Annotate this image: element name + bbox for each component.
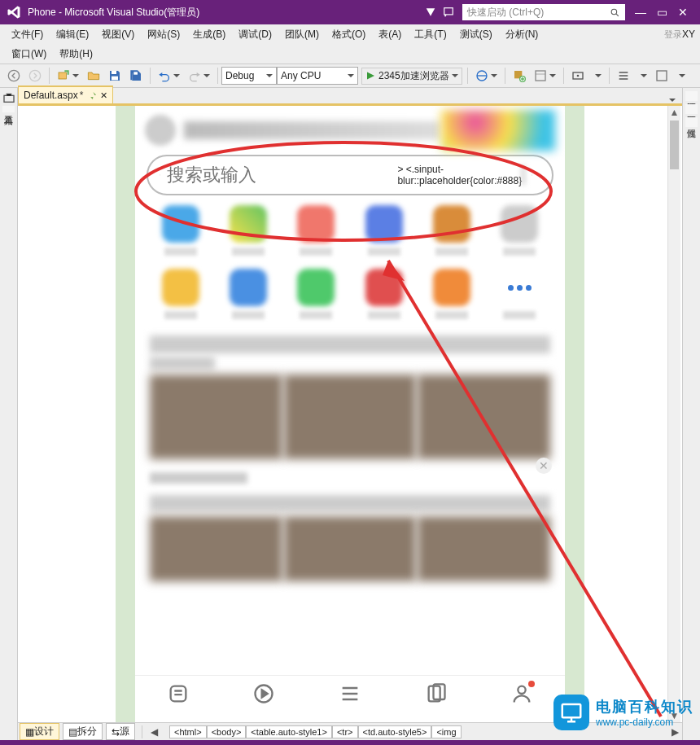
redo-button[interactable] — [185, 68, 213, 84]
solution-config-dropdown[interactable]: Debug — [221, 67, 277, 85]
nav-profile[interactable] — [510, 682, 533, 708]
menu-tools[interactable]: 工具(T) — [408, 28, 453, 42]
new-project-button[interactable] — [54, 68, 82, 84]
menu-help[interactable]: 帮助(H) — [53, 47, 99, 61]
new-inline-style-button[interactable] — [510, 68, 529, 84]
vertical-scrollbar[interactable]: ▲ ▼ — [667, 106, 680, 722]
feed-gallery[interactable] — [150, 516, 550, 581]
block-format-button[interactable] — [652, 68, 672, 84]
view-source-button[interactable]: ⇆ 源 — [106, 723, 135, 740]
toolbox-icon[interactable] — [2, 91, 15, 104]
right-tab-team[interactable]: 团队资源管理器 — [685, 104, 698, 114]
menu-bar-row2: 窗口(W) 帮助(H) — [0, 44, 700, 64]
scroll-thumb[interactable] — [670, 121, 679, 169]
right-tab-solution[interactable]: 解决方案资源管理器 — [685, 91, 698, 101]
window-titlebar: Phone - Microsoft Visual Studio(管理员) 快速启… — [0, 0, 700, 24]
crumb-table[interactable]: <table.auto-style1> — [246, 725, 332, 738]
solution-platform-dropdown[interactable]: Any CPU — [277, 67, 358, 85]
tab-overflow-icon[interactable] — [669, 99, 676, 105]
nav-video[interactable] — [252, 682, 275, 708]
app-item[interactable] — [217, 269, 278, 319]
view-design-button[interactable]: ▦ 设计 — [20, 723, 59, 740]
app-item[interactable] — [150, 269, 211, 319]
design-surface[interactable]: > <.sinput-blur::placeholder{color:#888} — [18, 106, 682, 722]
account-badge[interactable]: XY — [682, 28, 695, 40]
left-rail: 工具箱 — [0, 88, 18, 740]
list-dd-button[interactable] — [635, 71, 650, 81]
crumb-img[interactable]: <img — [431, 725, 461, 738]
nav-home[interactable] — [167, 682, 190, 708]
block-dd-button[interactable] — [673, 71, 689, 81]
nav-fwd-button[interactable] — [25, 68, 45, 84]
save-all-button[interactable] — [126, 68, 146, 84]
menu-view[interactable]: 视图(V) — [95, 28, 141, 42]
nav-menu[interactable] — [339, 682, 361, 708]
app-item[interactable] — [217, 205, 278, 256]
menu-file[interactable]: 文件(F) — [5, 28, 50, 42]
new-table-button[interactable] — [568, 68, 588, 84]
crumb-tr[interactable]: <tr> — [332, 725, 358, 738]
menu-format[interactable]: 格式(O) — [326, 28, 372, 42]
menu-website[interactable]: 网站(S) — [141, 28, 186, 42]
avatar[interactable] — [145, 115, 176, 146]
feed-close-button[interactable]: ✕ — [536, 458, 552, 474]
app-more-button[interactable] — [489, 269, 550, 319]
menu-window[interactable]: 窗口(W) — [5, 47, 53, 61]
table-dd-button[interactable] — [589, 71, 605, 81]
notifications-icon[interactable] — [425, 7, 436, 18]
feedback-icon[interactable] — [443, 7, 454, 18]
workspace: 工具箱 Default.aspx* ✕ — [0, 88, 700, 740]
view-split-button[interactable]: ▤ 拆分 — [63, 723, 103, 740]
maximize-button[interactable]: ▭ — [651, 6, 672, 19]
start-debug-button[interactable]: 2345加速浏览器 — [361, 68, 462, 85]
feed-gallery[interactable]: ✕ — [150, 375, 550, 459]
app-item[interactable] — [421, 205, 482, 256]
close-button[interactable]: ✕ — [672, 6, 693, 19]
menu-analyze[interactable]: 分析(N) — [499, 28, 545, 42]
design-canvas: > <.sinput-blur::placeholder{color:#888} — [116, 106, 584, 722]
app-item[interactable] — [353, 205, 414, 256]
save-button[interactable] — [105, 68, 125, 84]
search-bar[interactable]: > <.sinput-blur::placeholder{color:#888} — [147, 155, 553, 195]
app-item[interactable] — [150, 205, 211, 256]
app-item[interactable] — [421, 269, 482, 319]
menu-table[interactable]: 表(A) — [372, 28, 408, 42]
open-button[interactable] — [84, 68, 103, 84]
editor-area: Default.aspx* ✕ > — [18, 88, 682, 740]
menu-debug[interactable]: 调试(D) — [232, 28, 278, 42]
app-item[interactable] — [286, 269, 347, 319]
menu-team[interactable]: 团队(M) — [278, 28, 326, 42]
menu-edit[interactable]: 编辑(E) — [50, 28, 95, 42]
app-item[interactable] — [489, 205, 550, 256]
crumb-prev[interactable]: ◀ — [147, 726, 161, 738]
doc-tab-default[interactable]: Default.aspx* ✕ — [18, 85, 113, 103]
app-item[interactable] — [353, 269, 414, 319]
browser-link-button[interactable] — [472, 68, 501, 84]
svg-rect-11 — [536, 71, 545, 81]
undo-button[interactable] — [155, 68, 183, 84]
app-icons-grid — [135, 195, 565, 329]
svg-rect-6 — [112, 77, 118, 81]
minimize-button[interactable]: — — [630, 6, 651, 19]
signin-link[interactable]: 登录 — [664, 28, 682, 41]
search-input[interactable] — [160, 164, 397, 186]
menu-build[interactable]: 生成(B) — [186, 28, 232, 42]
attach-style-button[interactable] — [531, 68, 559, 84]
app-item[interactable] — [286, 205, 347, 256]
nav-tabs[interactable] — [425, 682, 448, 708]
right-tab-props[interactable]: 属性 — [685, 117, 698, 127]
menu-test[interactable]: 测试(S) — [453, 28, 499, 42]
pin-icon[interactable] — [88, 91, 97, 100]
voice-icon[interactable] — [532, 164, 533, 186]
doc-tab-close[interactable]: ✕ — [100, 90, 107, 101]
crumb-body[interactable]: <body> — [207, 725, 247, 738]
left-tab-toolbox[interactable]: 工具箱 — [2, 106, 15, 112]
scan-icon[interactable] — [539, 164, 540, 186]
watermark-url: www.pc-daily.com — [596, 717, 693, 728]
header-banner — [441, 110, 555, 151]
quick-launch-input[interactable]: 快速启动 (Ctrl+Q) — [462, 4, 625, 20]
crumb-html[interactable]: <html> — [169, 725, 207, 738]
nav-back-button[interactable] — [4, 68, 24, 84]
format-list-button[interactable] — [614, 68, 633, 84]
crumb-td[interactable]: <td.auto-style5> — [358, 725, 432, 738]
